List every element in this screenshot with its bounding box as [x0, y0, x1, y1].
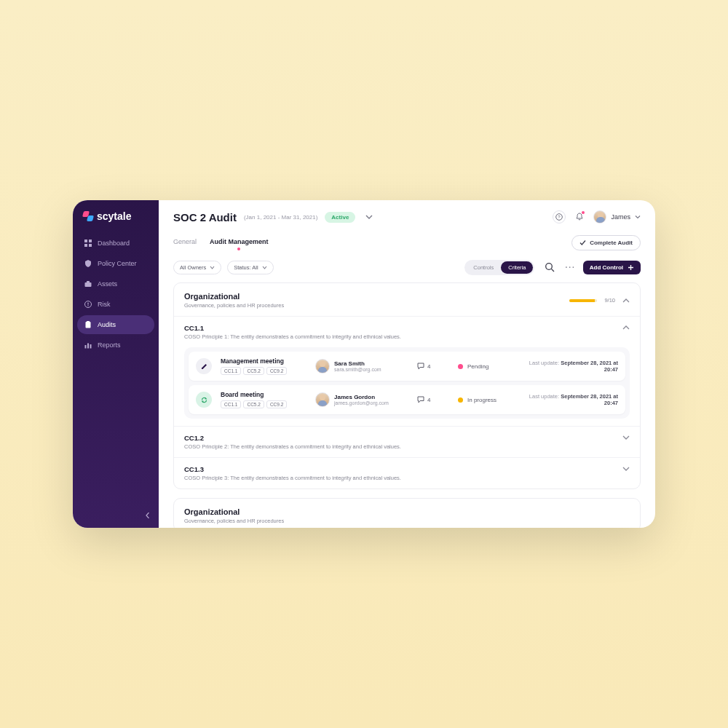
bars-icon — [84, 341, 92, 349]
tab-audit-management[interactable]: Audit Management — [210, 238, 269, 248]
briefcase-icon — [84, 280, 92, 288]
svg-rect-7 — [87, 303, 88, 305]
collapse-section-button[interactable] — [622, 297, 630, 304]
svg-rect-10 — [87, 321, 90, 323]
page-title: SOC 2 Audit — [173, 211, 237, 223]
filter-owners[interactable]: All Owners — [173, 261, 221, 274]
sidebar-item-dashboard[interactable]: Dashboard — [77, 234, 154, 253]
last-update: Last update: September 28, 2021 at 20:47 — [523, 393, 618, 406]
alert-icon — [84, 301, 92, 308]
subsection: CC1.3 COSO Principle 3: The entity demon… — [174, 457, 640, 488]
content[interactable]: Organizational Governance, policies and … — [159, 282, 655, 528]
section-header[interactable]: Organizational Governance, policies and … — [174, 283, 640, 316]
control-item[interactable]: Board meeting CC1.1 CC5.2 CC9.2 — [189, 385, 625, 414]
subsection-code: CC1.3 — [184, 465, 401, 473]
status: Pending — [458, 363, 516, 370]
view-controls[interactable]: Controls — [466, 261, 501, 274]
sidebar-item-label: Reports — [98, 341, 121, 349]
subsection-header[interactable]: CC1.1 COSO Principle 1: The entity demon… — [184, 324, 630, 340]
item-main: Management meeting CC1.1 CC5.2 CC9.2 — [221, 357, 308, 375]
sidebar-item-audits[interactable]: Audits — [77, 315, 154, 334]
item-main: Board meeting CC1.1 CC5.2 CC9.2 — [221, 391, 308, 408]
section-header[interactable]: Organizational Governance, policies and … — [174, 499, 640, 528]
complete-audit-label: Complete Audit — [590, 240, 633, 246]
date-range: (Jan 1, 2021 - Mar 31, 2021) — [244, 214, 317, 221]
status-label: Pending — [467, 363, 488, 370]
subsection-header[interactable]: CC1.3 COSO Principle 3: The entity demon… — [184, 465, 630, 481]
sidebar-item-policy-center[interactable]: Policy Center — [77, 254, 154, 273]
add-control-label: Add Control — [590, 264, 623, 271]
filter-label: Status: All — [234, 264, 258, 271]
svg-rect-1 — [89, 240, 92, 242]
check-icon — [579, 240, 586, 246]
subsection-title-wrap: CC1.1 COSO Principle 1: The entity demon… — [184, 324, 401, 340]
expand-subsection-button[interactable] — [622, 465, 630, 472]
sidebar-item-risk[interactable]: Risk — [77, 295, 154, 314]
chevron-down-icon — [210, 265, 215, 270]
subsection-header[interactable]: CC1.2 COSO Principle 2: The entity demon… — [184, 434, 630, 450]
item-title: Management meeting — [221, 357, 308, 365]
item-title: Board meeting — [221, 391, 308, 398]
complete-audit-button[interactable]: Complete Audit — [571, 235, 641, 250]
collapse-subsection-button[interactable] — [622, 324, 630, 331]
comments[interactable]: 4 — [417, 363, 451, 370]
comments[interactable]: 4 — [417, 396, 451, 403]
tabs-row: General Audit Management Complete Audit — [159, 228, 655, 256]
svg-rect-5 — [87, 281, 90, 282]
filter-label: All Owners — [180, 264, 206, 271]
sync-icon — [196, 392, 212, 408]
sidebar-item-label: Policy Center — [98, 260, 137, 267]
filter-status[interactable]: Status: All — [227, 261, 273, 274]
view-criteria[interactable]: Criteria — [501, 261, 533, 274]
tab-general[interactable]: General — [173, 238, 197, 248]
last-update: Last update: September 28, 2021 at 20:47 — [523, 360, 618, 373]
chevron-down-icon — [365, 213, 373, 221]
tag: CC1.1 — [221, 367, 241, 375]
svg-rect-0 — [84, 240, 87, 242]
owner: Sara Smith sara.smith@org.com — [315, 359, 410, 373]
items-list: Management meeting CC1.1 CC5.2 CC9.2 — [184, 347, 630, 419]
user-menu[interactable]: James — [593, 210, 641, 223]
audit-switcher-button[interactable] — [365, 213, 373, 221]
progress-bar — [569, 299, 597, 302]
avatar — [315, 392, 330, 407]
chevron-up-icon — [622, 324, 630, 331]
sidebar-item-assets[interactable]: Assets — [77, 274, 154, 293]
tag: CC9.2 — [266, 367, 287, 375]
expand-subsection-button[interactable] — [622, 434, 630, 441]
svg-rect-11 — [85, 345, 87, 349]
comment-count: 4 — [427, 397, 430, 403]
progress-label: 9/10 — [604, 297, 615, 304]
svg-text:?: ? — [558, 215, 561, 219]
main: SOC 2 Audit (Jan 1, 2021 - Mar 31, 2021)… — [159, 200, 655, 528]
tag: CC1.1 — [221, 400, 241, 408]
sidebar-item-reports[interactable]: Reports — [77, 336, 154, 355]
dashboard-icon — [84, 240, 92, 247]
section-card: Organizational Governance, policies and … — [173, 282, 641, 489]
plus-icon — [628, 264, 634, 271]
sidebar-item-label: Dashboard — [98, 240, 130, 247]
more-button[interactable]: ··· — [565, 264, 575, 272]
notifications-button[interactable] — [573, 210, 586, 223]
sidebar-collapse-button[interactable] — [143, 510, 153, 521]
help-button[interactable]: ? — [553, 210, 566, 223]
chevron-down-icon — [622, 465, 630, 472]
clipboard-icon — [84, 321, 92, 328]
add-control-button[interactable]: Add Control — [583, 261, 641, 274]
section-title-wrap: Organizational Governance, policies and … — [184, 292, 284, 309]
subsection-title-wrap: CC1.2 COSO Principle 2: The entity demon… — [184, 434, 401, 450]
chevron-left-icon — [145, 513, 151, 518]
tabs: General Audit Management — [173, 238, 269, 248]
control-item[interactable]: Management meeting CC1.1 CC5.2 CC9.2 — [189, 352, 625, 381]
comment-icon — [417, 396, 424, 403]
svg-rect-13 — [90, 344, 92, 349]
section-meta: 9/10 — [569, 297, 630, 304]
svg-rect-2 — [84, 244, 87, 247]
view-switch: Controls Criteria — [464, 260, 534, 275]
app-window: scytale Dashboard Policy Center Assets — [73, 200, 655, 528]
title-wrap: SOC 2 Audit (Jan 1, 2021 - Mar 31, 2021)… — [173, 211, 373, 223]
section-subtitle: Governance, policies and HR procedures — [184, 518, 284, 524]
search-button[interactable] — [542, 259, 558, 275]
subsection-desc: COSO Principle 3: The entity demonstrate… — [184, 475, 401, 481]
section-title: Organizational — [184, 292, 284, 301]
